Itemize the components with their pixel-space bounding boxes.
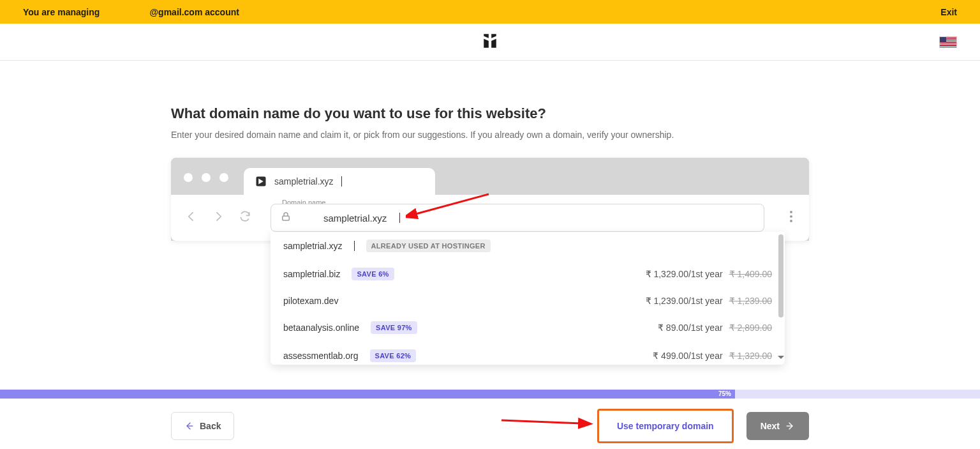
main-content: What domain name do you want to use for … <box>171 61 809 241</box>
suggestion-row[interactable]: sampletrial.xyz ALREADY USED AT HOSTINGE… <box>271 232 785 260</box>
locale-flag-us-icon[interactable] <box>939 36 957 48</box>
suggestion-old-price: ₹ 1,409.00 <box>729 269 772 279</box>
suggestion-price: ₹ 1,239.00/1st year <box>646 296 723 306</box>
domain-input[interactable]: sampletrial.xyz <box>271 204 764 232</box>
window-controls <box>184 173 228 182</box>
managing-account: @gmail.com account <box>149 7 239 17</box>
suggestion-old-price: ₹ 1,329.00 <box>729 351 772 361</box>
kebab-menu-icon[interactable] <box>790 211 792 225</box>
suggestion-price: ₹ 89.00/1st year <box>658 323 723 333</box>
browser-tab-strip: sampletrial.xyz <box>171 158 809 195</box>
nav-reload-icon <box>239 210 251 225</box>
svg-rect-1 <box>283 216 290 220</box>
svg-point-4 <box>790 220 792 222</box>
app-header <box>0 24 980 61</box>
progress-fill: 75% <box>0 390 735 399</box>
domain-suggestions-dropdown: sampletrial.xyz ALREADY USED AT HOSTINGE… <box>271 232 785 365</box>
suggestion-badge: SAVE 6% <box>352 268 394 280</box>
onboarding-progress: 75% <box>0 390 980 399</box>
text-cursor-icon <box>341 176 342 186</box>
suggestion-price: ₹ 1,329.00/1st year <box>646 269 723 279</box>
use-temporary-domain-button[interactable]: Use temporary domain <box>597 409 734 443</box>
suggestion-domain: betaanalysis.online <box>283 323 359 333</box>
suggestion-domain: sampletrial.biz <box>283 269 340 279</box>
page-subtitle: Enter your desired domain name and claim… <box>171 130 809 140</box>
suggestion-badge: ALREADY USED AT HOSTINGER <box>366 240 491 252</box>
nav-back-icon <box>185 210 198 225</box>
next-button[interactable]: Next <box>746 412 809 440</box>
window-dot-icon <box>184 173 193 182</box>
back-button[interactable]: Back <box>171 412 234 440</box>
hostinger-logo-icon <box>482 33 498 52</box>
back-button-label: Back <box>200 421 221 431</box>
suggestion-price: ₹ 499.00/1st year <box>653 351 722 361</box>
chevron-down-icon[interactable] <box>778 352 784 363</box>
exit-link[interactable]: Exit <box>940 7 957 17</box>
domain-input-wrapper: Domain name sampletrial.xyz sampletrial.… <box>271 204 764 232</box>
lock-icon <box>280 211 292 225</box>
svg-point-3 <box>790 215 792 218</box>
browser-active-tab: sampletrial.xyz <box>244 168 435 195</box>
suggestion-row[interactable]: sampletrial.biz SAVE 6% ₹ 1,329.00/1st y… <box>271 260 785 288</box>
next-button-label: Next <box>761 421 780 431</box>
suggestion-badge: SAVE 97% <box>371 321 417 334</box>
tab-favicon-icon <box>255 176 267 187</box>
impersonation-text: You are managing @gmail.com account <box>23 7 243 17</box>
window-dot-icon <box>202 173 211 182</box>
progress-label: 75% <box>718 390 731 399</box>
scrollbar-thumb[interactable] <box>778 234 783 317</box>
svg-point-2 <box>790 211 792 213</box>
text-cursor-icon <box>399 213 400 223</box>
domain-input-value: sampletrial.xyz <box>323 213 387 224</box>
nav-forward-icon <box>212 210 225 225</box>
tab-title: sampletrial.xyz <box>274 176 334 186</box>
text-cursor-icon <box>354 241 355 251</box>
suggestion-old-price: ₹ 2,899.00 <box>729 323 772 333</box>
suggestion-old-price: ₹ 1,239.00 <box>729 296 772 306</box>
impersonation-bar: You are managing @gmail.com account Exit <box>0 0 980 24</box>
managing-prefix: You are managing <box>23 7 100 17</box>
suggestion-badge: SAVE 62% <box>370 349 417 362</box>
temp-button-label: Use temporary domain <box>617 421 714 431</box>
suggestion-domain: pilotexam.dev <box>283 296 338 306</box>
browser-mock: sampletrial.xyz Domain name sampletria <box>171 158 809 241</box>
suggestion-row[interactable]: assessmentlab.org SAVE 62% ₹ 499.00/1st … <box>271 342 785 365</box>
browser-toolbar: Domain name sampletrial.xyz sampletrial.… <box>171 195 809 241</box>
footer-bar: Back Use temporary domain Next <box>0 404 980 448</box>
suggestion-domain: assessmentlab.org <box>283 351 359 361</box>
suggestion-domain: sampletrial.xyz <box>283 241 343 251</box>
suggestion-row[interactable]: betaanalysis.online SAVE 97% ₹ 89.00/1st… <box>271 314 785 342</box>
window-dot-icon <box>219 173 228 182</box>
suggestion-row[interactable]: pilotexam.dev ₹ 1,239.00/1st year ₹ 1,23… <box>271 288 785 314</box>
page-title: What domain name do you want to use for … <box>171 105 809 122</box>
